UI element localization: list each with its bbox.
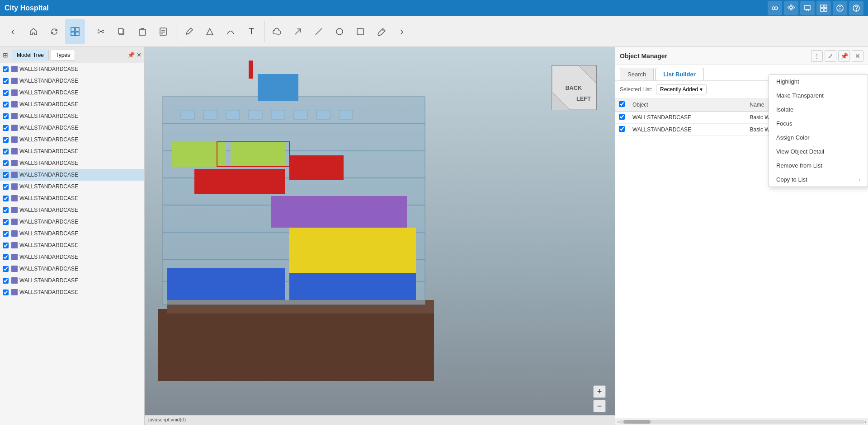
tree-item[interactable]: WALLSTANDARDCASE: [0, 75, 144, 87]
pencil-btn-tb[interactable]: [179, 19, 199, 44]
tree-item-checkbox[interactable]: [3, 66, 9, 72]
tree-item[interactable]: WALLSTANDARDCASE: [0, 169, 144, 181]
tree-item[interactable]: WALLSTANDARDCASE: [0, 145, 144, 157]
tree-item[interactable]: WALLSTANDARDCASE: [0, 87, 144, 98]
ctx-item-assign-color[interactable]: Assign Color: [769, 131, 868, 145]
svg-text:LEFT: LEFT: [576, 95, 591, 102]
expand-panel-btn[interactable]: ⤢: [825, 50, 836, 62]
app-title: City Hospital: [5, 4, 768, 12]
ctx-item-remove-list[interactable]: Remove from List: [769, 159, 868, 173]
triangle-btn-tb[interactable]: [200, 19, 220, 44]
tree-item-checkbox[interactable]: [3, 196, 9, 201]
tree-item[interactable]: WALLSTANDARDCASE: [0, 228, 144, 239]
zoom-in-btn[interactable]: +: [593, 385, 606, 398]
close-panel-left-btn[interactable]: ✕: [137, 51, 142, 58]
scissors-btn[interactable]: ✂: [91, 19, 111, 44]
tree-item[interactable]: WALLSTANDARDCASE: [0, 216, 144, 228]
svg-line-31: [295, 29, 301, 34]
arrow-btn-tb[interactable]: [288, 19, 308, 44]
ctx-item-copy-list[interactable]: Copy to List ›: [769, 173, 868, 187]
pin-panel-btn[interactable]: 📌: [127, 51, 135, 58]
markup-btn-tb[interactable]: [371, 19, 391, 44]
page-btn-tb[interactable]: [153, 19, 173, 44]
tree-item-checkbox[interactable]: [3, 78, 9, 84]
tab-list-builder[interactable]: List Builder: [656, 68, 703, 80]
tree-item[interactable]: WALLSTANDARDCASE: [0, 181, 144, 192]
tree-item-checkbox[interactable]: [3, 102, 9, 107]
scrollbar-thumb[interactable]: [623, 420, 651, 424]
status-text: javascript:void(0): [148, 417, 186, 422]
select-all-checkbox[interactable]: [619, 101, 625, 107]
tree-item-checkbox[interactable]: [3, 243, 9, 248]
arc-btn-tb[interactable]: [221, 19, 241, 44]
viewport[interactable]: BACK LEFT + − javascript:void(0): [145, 47, 615, 425]
tree-item-checkbox[interactable]: [3, 137, 9, 143]
wall-icon: [11, 219, 18, 225]
close-panel-right-btn[interactable]: ✕: [852, 50, 863, 62]
ctx-item-highlight[interactable]: Highlight: [769, 75, 868, 89]
tree-item-checkbox[interactable]: [3, 254, 9, 260]
tab-model-tree[interactable]: Model Tree: [12, 50, 49, 61]
tree-item[interactable]: WALLSTANDARDCASE: [0, 192, 144, 204]
paste-btn-tb[interactable]: [132, 19, 152, 44]
text-btn-tb[interactable]: T: [241, 19, 261, 44]
rect-btn-tb[interactable]: [350, 19, 370, 44]
tree-item[interactable]: WALLSTANDARDCASE: [0, 98, 144, 110]
info-icon-btn[interactable]: [833, 1, 847, 15]
ctx-item-transparent[interactable]: Make Transparent: [769, 89, 868, 103]
horizontal-scrollbar[interactable]: ‹ ›: [615, 418, 868, 425]
tree-item-checkbox[interactable]: [3, 290, 9, 295]
tree-item[interactable]: WALLSTANDARDCASE: [0, 263, 144, 275]
copy-btn-tb[interactable]: [112, 19, 132, 44]
back-btn[interactable]: ‹: [3, 19, 23, 44]
tree-item[interactable]: WALLSTANDARDCASE: [0, 275, 144, 286]
tree-item[interactable]: WALLSTANDARDCASE: [0, 122, 144, 134]
refresh-btn[interactable]: [44, 19, 64, 44]
tree-item[interactable]: WALLSTANDARDCASE: [0, 204, 144, 216]
tree-item-checkbox[interactable]: [3, 160, 9, 166]
ctx-item-view-detail[interactable]: View Object Detail: [769, 145, 868, 159]
help-icon-btn[interactable]: [849, 1, 863, 15]
tree-item-checkbox[interactable]: [3, 113, 9, 119]
tree-item[interactable]: WALLSTANDARDCASE: [0, 134, 144, 145]
nav-cube[interactable]: BACK LEFT: [552, 65, 597, 110]
tree-item-checkbox[interactable]: [3, 278, 9, 284]
model-tree-btn[interactable]: [65, 19, 85, 44]
tree-item-checkbox[interactable]: [3, 266, 9, 272]
cloud-btn-tb[interactable]: [267, 19, 287, 44]
row-checkbox[interactable]: [619, 126, 625, 132]
tree-item[interactable]: WALLSTANDARDCASE: [0, 239, 144, 251]
tree-item-checkbox[interactable]: [3, 219, 9, 225]
tree-item-checkbox[interactable]: [3, 207, 9, 213]
ctx-item-focus[interactable]: Focus: [769, 117, 868, 131]
tree-item-checkbox[interactable]: [3, 184, 9, 190]
connect-icon-btn[interactable]: [768, 1, 782, 15]
tab-search[interactable]: Search: [620, 68, 654, 80]
zoom-out-btn[interactable]: −: [593, 400, 606, 412]
tree-item-checkbox[interactable]: [3, 90, 9, 96]
tree-item-checkbox[interactable]: [3, 149, 9, 154]
network-icon-btn[interactable]: [784, 1, 798, 15]
pin-panel-right-btn[interactable]: 📌: [838, 50, 850, 62]
grid-icon-btn[interactable]: [816, 1, 831, 15]
home-btn[interactable]: [24, 19, 43, 44]
scroll-right-btn[interactable]: ›: [864, 418, 866, 425]
more-btn-tb[interactable]: ›: [392, 19, 412, 44]
circle-btn-tb[interactable]: [330, 19, 349, 44]
wall-icon: [11, 148, 18, 154]
tree-item-checkbox[interactable]: [3, 125, 9, 131]
tree-item-checkbox[interactable]: [3, 231, 9, 237]
tree-item[interactable]: WALLSTANDARDCASE: [0, 251, 144, 263]
row-checkbox[interactable]: [619, 114, 625, 120]
list-dropdown[interactable]: Recently Added ▾: [656, 84, 707, 94]
tree-item[interactable]: WALLSTANDARDCASE: [0, 286, 144, 298]
tab-types[interactable]: Types: [51, 50, 75, 61]
tree-item[interactable]: WALLSTANDARDCASE: [0, 110, 144, 122]
tree-item[interactable]: WALLSTANDARDCASE: [0, 63, 144, 75]
more-options-btn[interactable]: ⋮: [811, 50, 823, 62]
tree-item[interactable]: WALLSTANDARDCASE: [0, 157, 144, 169]
ctx-item-isolate[interactable]: Isolate: [769, 103, 868, 117]
chat-icon-btn[interactable]: [800, 1, 815, 15]
tree-item-checkbox[interactable]: [3, 172, 9, 178]
line-btn-tb[interactable]: [309, 19, 329, 44]
